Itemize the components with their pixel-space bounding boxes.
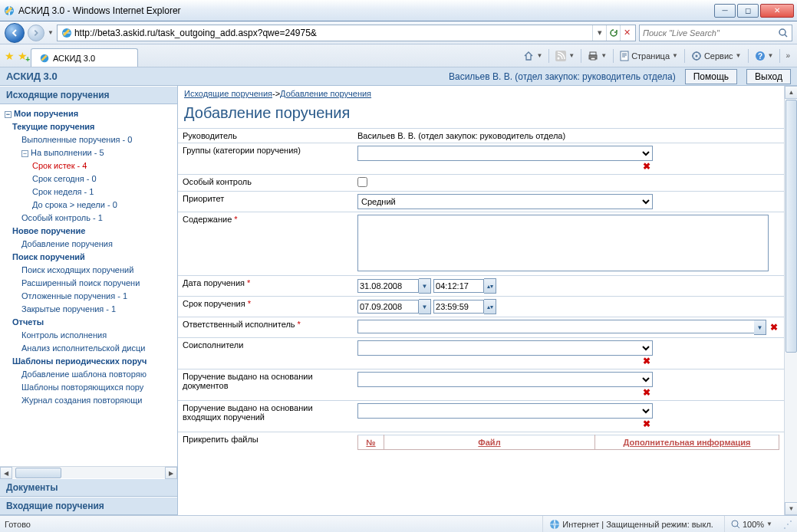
- due-time-input[interactable]: [433, 300, 484, 314]
- collapse-icon[interactable]: −: [21, 150, 28, 157]
- collapse-icon[interactable]: −: [5, 111, 12, 118]
- col-num[interactable]: №: [366, 438, 375, 447]
- crumb-outgoing[interactable]: Исходящие поручения: [184, 89, 272, 98]
- sidebar-section-outgoing[interactable]: Исходящие поручения: [0, 86, 177, 104]
- browser-tab[interactable]: АСКИД 3.0: [31, 48, 138, 67]
- help-link[interactable]: Помощь: [685, 69, 737, 84]
- zoom-control[interactable]: 100%▼: [724, 516, 779, 533]
- add-favorites-icon[interactable]: ★+: [18, 50, 28, 62]
- lbl-priority: Приоритет: [178, 192, 353, 212]
- col-info[interactable]: Дополнительная информация: [624, 438, 751, 447]
- date-picker-icon[interactable]: ▼: [419, 278, 431, 294]
- sidebar-section-incoming[interactable]: Входящие поручения: [0, 497, 177, 515]
- groups-delete-icon[interactable]: ✖: [641, 161, 652, 172]
- nav-history-caret[interactable]: ▼: [48, 29, 54, 36]
- content-textarea[interactable]: [357, 215, 769, 271]
- responsible-input[interactable]: [357, 320, 754, 333]
- date-time-input[interactable]: [433, 279, 484, 293]
- nav-new[interactable]: Новое поручение: [5, 225, 176, 238]
- nav-week[interactable]: Срок неделя - 1: [5, 186, 176, 199]
- tools-menu[interactable]: Сервис▼: [688, 48, 745, 64]
- scroll-left-icon[interactable]: ◀: [0, 467, 12, 479]
- app-header: АСКИД 3.0 Васильев В. В. (отдел закупок:…: [0, 67, 797, 86]
- tab-title: АСКИД 3.0: [53, 54, 95, 63]
- lbl-files: Прикрепить файлы: [178, 432, 353, 453]
- priority-select[interactable]: Средний: [357, 194, 653, 209]
- col-file[interactable]: Файл: [478, 438, 500, 447]
- nav-inprogress[interactable]: −На выполнении - 5: [5, 146, 176, 159]
- stop-button[interactable]: ✕: [620, 25, 634, 41]
- time-spinner-icon[interactable]: ▴▾: [484, 278, 496, 294]
- home-button[interactable]: ▼: [520, 48, 545, 64]
- scroll-up-icon[interactable]: ▲: [785, 86, 797, 99]
- address-bar[interactable]: ▾ ✕: [57, 25, 636, 41]
- groups-select[interactable]: [357, 146, 653, 161]
- svg-text:?: ?: [757, 52, 762, 61]
- nav-log[interactable]: Журнал создания повторяющи: [5, 394, 176, 407]
- scroll-right-icon[interactable]: ▶: [165, 467, 177, 479]
- nav-done[interactable]: Выполненные поручения - 0: [5, 133, 176, 146]
- date-input[interactable]: [357, 279, 419, 293]
- nav-current[interactable]: Текущие поручения: [5, 120, 176, 133]
- nav-analysis[interactable]: Анализ исполнительской дисци: [5, 342, 176, 355]
- scroll-thumb[interactable]: [785, 100, 797, 353]
- scroll-down-icon[interactable]: ▼: [785, 502, 797, 515]
- coexec-select[interactable]: [357, 340, 653, 356]
- resize-grip-icon[interactable]: ⋰: [783, 519, 792, 530]
- nav-extsearch[interactable]: Расширенный поиск поручени: [5, 277, 176, 290]
- page-menu[interactable]: Страница▼: [617, 48, 681, 64]
- task-form: Руководитель Васильев В. В. (отдел закуп…: [178, 128, 784, 452]
- due-picker-icon[interactable]: ▼: [419, 299, 431, 314]
- nav-moreweek[interactable]: До срока > недели - 0: [5, 199, 176, 212]
- close-button[interactable]: ✕: [760, 4, 794, 18]
- responsible-dropdown-icon[interactable]: ▼: [754, 320, 766, 335]
- lbl-content: Содержание: [183, 215, 232, 224]
- maximize-button[interactable]: ◻: [737, 4, 759, 18]
- favorites-icon[interactable]: ★: [5, 50, 15, 62]
- due-spinner-icon[interactable]: ▴▾: [484, 299, 496, 314]
- nav-tpls[interactable]: Шаблоны повторяющихся пору: [5, 381, 176, 394]
- forward-button[interactable]: [28, 25, 44, 41]
- address-input[interactable]: [74, 28, 592, 38]
- basisin-select[interactable]: [357, 403, 653, 419]
- nav-reports[interactable]: Отчеты: [5, 316, 176, 329]
- back-button[interactable]: [5, 23, 25, 43]
- nav-today[interactable]: Срок сегодня - 0: [5, 172, 176, 186]
- address-dropdown[interactable]: ▾: [592, 25, 606, 41]
- nav-deferred[interactable]: Отложенные поручения - 1: [5, 290, 176, 303]
- nav-special[interactable]: Особый контроль - 1: [5, 212, 176, 225]
- crumb-add[interactable]: Добавление поручения: [280, 89, 371, 98]
- status-ready: Готово: [5, 520, 31, 529]
- nav-add[interactable]: Добавление поручения: [5, 238, 176, 251]
- nav-expired[interactable]: Срок истек - 4: [5, 159, 176, 172]
- nav-closed[interactable]: Закрытые поручения - 1: [5, 303, 176, 316]
- basisdoc-delete-icon[interactable]: ✖: [641, 387, 652, 398]
- refresh-button[interactable]: [606, 25, 620, 41]
- search-box[interactable]: [639, 25, 792, 41]
- globe-icon: [549, 519, 560, 530]
- coexec-delete-icon[interactable]: ✖: [641, 356, 652, 366]
- feeds-button[interactable]: ▼: [552, 48, 578, 64]
- nav-searchout[interactable]: Поиск исходящих поручений: [5, 264, 176, 277]
- chevron-icon[interactable]: »: [783, 51, 792, 60]
- search-icon[interactable]: [778, 28, 789, 38]
- search-input[interactable]: [643, 28, 778, 38]
- nav-search[interactable]: Поиск поручений: [5, 251, 176, 264]
- nav-addtpl[interactable]: Добавление шаблона повторяю: [5, 368, 176, 381]
- nav-templates[interactable]: Шаблоны периодических поруч: [5, 355, 176, 368]
- minimize-button[interactable]: ─: [714, 4, 736, 18]
- nav-control[interactable]: Контроль исполнения: [5, 329, 176, 342]
- due-input[interactable]: [357, 300, 419, 314]
- special-checkbox[interactable]: [357, 177, 367, 187]
- sidebar-section-docs[interactable]: Документы: [0, 478, 177, 497]
- responsible-delete-icon[interactable]: ✖: [769, 322, 779, 333]
- basisdoc-select[interactable]: [357, 372, 653, 387]
- print-button[interactable]: ▼: [585, 48, 610, 64]
- help-button[interactable]: ?▼: [752, 48, 777, 64]
- scroll-thumb[interactable]: [15, 468, 61, 478]
- nav-my[interactable]: −Мои поручения: [5, 107, 176, 120]
- sidebar-hscroll[interactable]: ◀ ▶: [0, 466, 177, 478]
- exit-button[interactable]: Выход: [746, 69, 791, 84]
- content-vscroll[interactable]: ▲ ▼: [784, 86, 797, 515]
- basisin-delete-icon[interactable]: ✖: [641, 419, 652, 429]
